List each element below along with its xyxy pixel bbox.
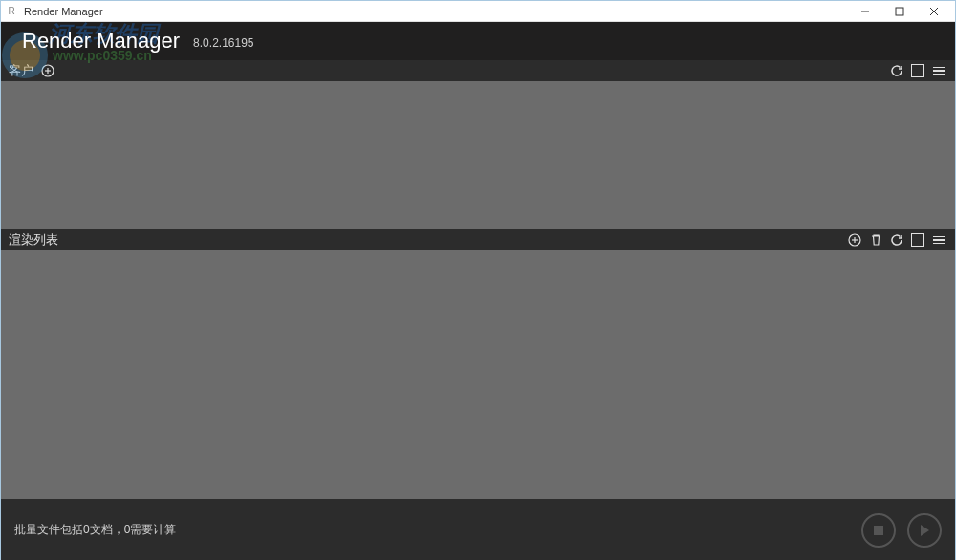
app-icon: R <box>5 5 18 18</box>
status-bar: 批量文件包括0文档，0需要计算 <box>1 499 955 560</box>
window-titlebar: R Render Manager <box>1 1 955 22</box>
queue-section: 渲染列表 <box>1 229 955 499</box>
svg-rect-1 <box>896 8 903 15</box>
queue-panel <box>1 250 955 499</box>
header-version: 8.0.2.16195 <box>193 36 253 50</box>
queue-label: 渲染列表 <box>9 231 58 248</box>
svg-rect-12 <box>874 526 883 535</box>
add-queue-item-icon[interactable] <box>846 231 863 248</box>
grid-view-toggle[interactable] <box>909 62 926 79</box>
app-header: 河东软件园 Render Manager 8.0.2.16195 www.pc0… <box>1 22 955 60</box>
add-client-button[interactable] <box>39 62 56 79</box>
status-text: 批量文件包括0文档，0需要计算 <box>14 522 176 538</box>
clients-label: 客户 <box>9 62 33 79</box>
list-view-toggle[interactable] <box>930 62 947 79</box>
header-title: Render Manager <box>22 29 180 54</box>
clients-section-header: 客户 <box>1 60 955 81</box>
stop-button[interactable] <box>861 513 896 548</box>
clients-panel <box>1 81 955 229</box>
refresh-clients-icon[interactable] <box>888 62 905 79</box>
maximize-button[interactable] <box>882 1 917 22</box>
delete-queue-item-icon[interactable] <box>867 231 884 248</box>
play-button[interactable] <box>907 513 942 548</box>
queue-section-header: 渲染列表 <box>1 229 955 250</box>
clients-section: 客户 <box>1 60 955 229</box>
queue-list-view-toggle[interactable] <box>930 231 947 248</box>
window-title: Render Manager <box>24 6 103 17</box>
refresh-queue-icon[interactable] <box>888 231 905 248</box>
minimize-button[interactable] <box>848 1 882 22</box>
close-button[interactable] <box>917 1 951 22</box>
queue-grid-view-toggle[interactable] <box>909 231 926 248</box>
